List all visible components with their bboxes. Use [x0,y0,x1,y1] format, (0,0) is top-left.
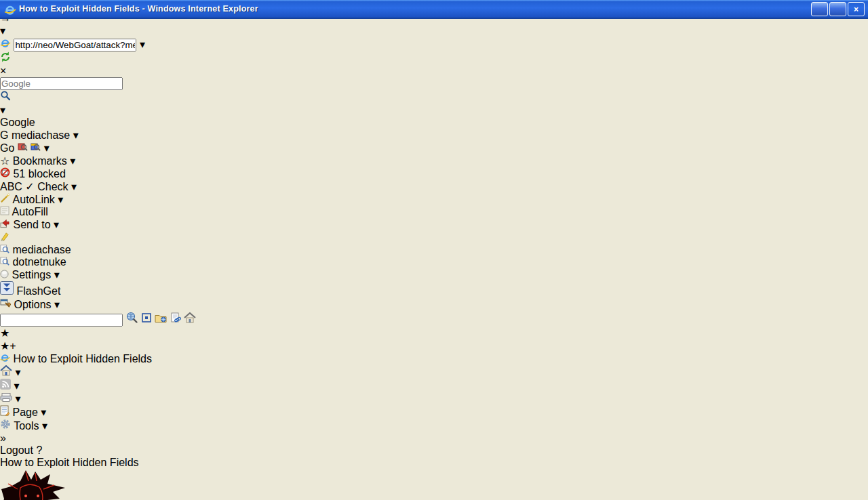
spellcheck-button[interactable]: ABC ✓ Check ▾ [0,180,868,193]
page-menu-button[interactable]: Page ▾ [0,405,868,419]
chevron-down-icon: ▾ [71,181,77,192]
chevron-down-icon: ▾ [42,420,47,432]
logo-letter: g [20,117,26,128]
logo-letter: e [29,117,35,128]
refresh-button[interactable] [0,51,868,65]
webgoat-banner: How to Exploit Hidden Fields [0,457,868,500]
chevron-down-icon: ▾ [54,269,60,280]
home-icon [0,367,15,378]
send-to-label: Send to [13,219,50,230]
mediachase-label: mediachase [12,244,71,255]
highlighter-icon [0,232,9,243]
maximize-button[interactable] [829,2,846,16]
mediachase-search-button[interactable]: mediachase [0,244,868,256]
autolink-label: AutoLink [13,194,55,205]
flashget-home-icon[interactable] [184,314,196,325]
plus-glyph: + [9,340,16,352]
page-label: Page [12,407,37,418]
popup-blocker-button[interactable]: 51 blocked [0,167,868,180]
options-label: Options [14,299,51,310]
browser-viewport: Logout ? How to Exploit Hidden Fields [0,444,868,500]
search-site-icon [18,142,31,154]
minimize-button[interactable] [811,2,828,16]
address-bar[interactable]: ▾ [0,37,868,51]
google-search-combo[interactable]: G mediachase ▾ [0,129,868,142]
combo-dropdown-button[interactable]: ▾ [73,129,79,141]
flashget-links-icon[interactable] [170,314,184,325]
url-input[interactable] [14,39,136,51]
printer-icon [0,393,15,404]
star-glyph: ★ [0,340,9,352]
search-go-button[interactable] [0,90,868,104]
history-dropdown[interactable]: ▾ [0,25,5,37]
send-to-icon [0,219,13,230]
favorites-star-icon: ★ [0,327,9,339]
google-go-button[interactable]: Go ▾ [0,142,868,154]
gear-icon [0,420,14,432]
popup-blocked-icon [0,168,13,180]
logo-letter: o [14,117,20,128]
add-favorite-icon: ★+ [0,340,16,352]
feeds-button: ▾ [0,379,868,392]
stop-button[interactable]: × [0,65,868,77]
settings-button[interactable]: Settings ▾ [0,268,868,281]
stop-icon: × [0,65,6,77]
tools-label: Tools [14,420,39,432]
settings-label: Settings [12,269,51,280]
send-to-button[interactable]: Send to ▾ [0,218,868,231]
tab-title: How to Exploit Hidden Fields [13,353,152,364]
highlighter-button[interactable] [0,231,868,244]
autofill-button: AutoFill [0,206,868,218]
favorites-button[interactable]: ★ [0,327,868,339]
dotnetnuke-label: dotnetnuke [12,256,66,268]
title-bar: How to Exploit Hidden Fields - Windows I… [0,0,868,19]
chevron-down-icon: ▾ [140,39,145,50]
page-menu-icon [0,407,12,418]
chevron-down-icon: ▾ [44,142,50,154]
help-button[interactable]: ? [36,444,42,456]
tools-menu-button[interactable]: Tools ▾ [0,419,868,432]
flashget-search-icon[interactable] [125,314,140,325]
home-button[interactable]: ▾ [0,365,868,379]
banner-texture: How to Exploit Hidden Fields [0,457,868,469]
search-web-icon [31,142,43,154]
autofill-icon [0,206,12,217]
autolink-button[interactable]: AutoLink ▾ [0,193,868,206]
chevron-down-icon: ▾ [14,380,19,392]
search-input[interactable] [0,77,123,90]
toolbar-search-box[interactable] [0,77,868,90]
page-icon [0,39,14,50]
window-title: How to Exploit Hidden Fields - Windows I… [19,4,258,14]
dotnetnuke-search-button[interactable]: dotnetnuke [0,256,868,268]
add-favorite-button[interactable]: ★+ [0,339,868,352]
flashget-capture-icon[interactable] [141,314,155,325]
logout-link[interactable]: Logout [0,444,33,456]
chevron-down-icon: ▾ [58,194,63,205]
flashget-search-input[interactable] [0,314,123,327]
search-options-dropdown[interactable]: ▾ [0,104,868,117]
chevron-down-icon: ▾ [70,155,75,167]
google-g-icon: G [0,129,8,141]
flashget-toolbar: FlashGet Options ▾ [0,281,868,327]
window-controls: × [811,2,865,16]
tab-active[interactable]: How to Exploit Hidden Fields [0,352,868,365]
flashget-button[interactable]: FlashGet [0,281,868,297]
toolbar-overflow-icon[interactable]: » [0,432,6,444]
logo-letter: G [0,117,8,128]
abc-glyph: ABC [0,181,22,192]
tab-favicon [0,353,13,364]
tab-bar: ★ ★+ How to Exploit Hidden Fields ▾ ▾ [0,327,868,444]
chevron-down-icon: ▾ [15,367,20,378]
flashget-options-button[interactable]: Options ▾ [0,297,868,311]
logout-area: Logout ? [0,444,868,457]
options-icon [0,299,14,310]
close-button[interactable]: × [848,2,865,16]
address-dropdown-button[interactable]: ▾ [140,39,145,50]
rss-feed-icon [0,380,14,392]
chevron-down-icon: ▾ [54,219,59,230]
google-toolbar: Google G mediachase ▾ Go ▾ ☆ Bookmarks ▾ [0,117,868,281]
bookmarks-button[interactable]: ☆ Bookmarks ▾ [0,154,868,167]
flashget-downloads-icon[interactable] [155,314,170,325]
print-button[interactable]: ▾ [0,392,868,405]
google-search-value: mediachase [12,129,70,141]
